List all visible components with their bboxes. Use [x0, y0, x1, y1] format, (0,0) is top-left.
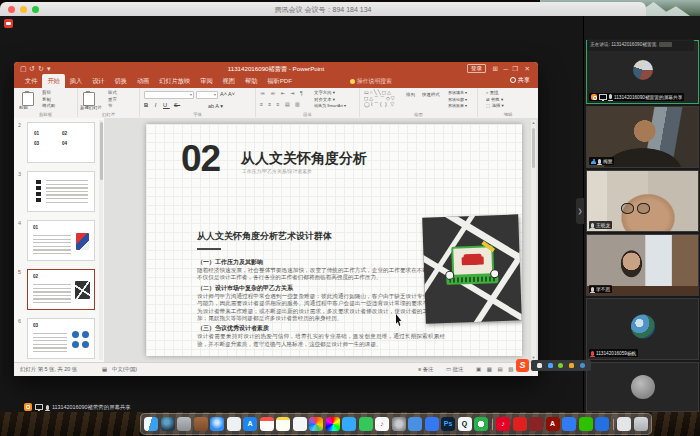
dock-icon-trash[interactable] [634, 417, 648, 431]
dock-icon-color-wheel[interactable] [326, 417, 340, 431]
signin-button[interactable]: 登录 [467, 64, 486, 73]
ribbon-tab[interactable]: 文件 [20, 74, 42, 88]
desktop: 腾讯会议 会议号：894 184 134 ▢ ↺ ↻ ▾ 11314201609… [0, 0, 700, 436]
spellcheck-icon[interactable]: ▤ [102, 366, 107, 372]
alignment-icons[interactable]: ≡ ≡ ≡ ▤ ▥ [260, 101, 302, 107]
dock-icon-wechat[interactable] [579, 417, 593, 431]
slide-thumbnail-3[interactable] [27, 171, 95, 212]
dock-icon-camera[interactable] [177, 417, 191, 431]
slide-thumbnail-4[interactable]: 01 [27, 220, 95, 261]
dock-icon-settings[interactable] [392, 417, 406, 431]
dock-icon-photoshop[interactable]: Ps [441, 417, 455, 431]
ribbon-tab[interactable]: 插入 [65, 74, 87, 88]
list-indent-icons[interactable]: ≔ ≕ ⇤ ⇥ ¶ [260, 90, 305, 96]
tell-me-search[interactable]: 操作说明搜索 [350, 76, 392, 87]
participant-tile[interactable]: 113142016059杨帆 [586, 298, 699, 360]
sogou-toolbar[interactable] [531, 360, 591, 371]
new-slide-icon[interactable] [83, 92, 95, 106]
participant-tile[interactable]: 梅慧 [586, 106, 699, 168]
participant-tile[interactable]: 李不思 [586, 234, 699, 296]
dock-icon-facetime[interactable] [359, 417, 373, 431]
section-button[interactable]: 节 [108, 103, 112, 110]
participant-tile[interactable]: 王晓龙 [586, 170, 699, 232]
dock-icon-messages[interactable] [342, 417, 356, 431]
ribbon-tab[interactable]: 幻灯片放映 [154, 74, 195, 88]
grow-shrink-font-icons[interactable]: A˄ A˅ [220, 91, 235, 98]
dock-icon-music[interactable]: ♪ [375, 417, 389, 431]
paste-icon[interactable] [22, 92, 34, 106]
keyboard-icon[interactable] [537, 363, 542, 368]
dock-icon-app-store[interactable]: A [243, 417, 257, 431]
close-icon[interactable]: ✕ [525, 64, 530, 73]
arrange-button[interactable]: 排列 [406, 92, 415, 99]
dock-icon-acrobat[interactable]: A [546, 417, 560, 431]
thumb-number: 2 [18, 122, 21, 128]
thumbnail-scrollbar[interactable] [99, 120, 103, 360]
scroll-up-icon[interactable]: ▲ [531, 120, 536, 125]
dock-icon-photos[interactable] [309, 417, 323, 431]
maximize-icon[interactable]: ❐ [512, 64, 518, 73]
dock-icon-security-shield[interactable] [513, 417, 527, 431]
smartart-button[interactable]: 转换为 SmartArt ▾ [314, 103, 346, 110]
dock-icon-mail[interactable] [425, 417, 439, 431]
comments-button[interactable]: ▭ 批注 [446, 366, 463, 373]
dock-icon-cloud-app[interactable] [408, 417, 422, 431]
shapes-gallery[interactable]: ▭○╲╲◻△◻△⌒⌒◇▽◯⌇⌒( ) ▽ [364, 89, 396, 107]
slide[interactable]: 02 从人文关怀角度分析 工作压力/甲乙方关系/设计者素质 从人文关怀角度分析艺… [146, 124, 522, 356]
settings-wheel-icon[interactable] [580, 363, 585, 368]
ribbon-tab[interactable]: 开始 [42, 74, 64, 88]
ribbon-display-icon[interactable]: ⊞ [493, 64, 498, 73]
dock-icon-baidu-netdisk[interactable] [562, 417, 576, 431]
notes-button[interactable]: ≡ 备注 [418, 366, 433, 373]
pen-icon[interactable] [569, 363, 574, 368]
dock-icon-notes[interactable] [276, 417, 290, 431]
dock-icon-earth-app[interactable] [161, 417, 175, 431]
share-button[interactable]: 共享 [510, 76, 530, 85]
language-status[interactable]: 中文(中国) [112, 366, 137, 373]
sidebar-collapse-handle[interactable]: ❯ [576, 198, 584, 224]
new-slide-button[interactable]: 新建幻灯片 [80, 105, 102, 112]
dock-icon-finder[interactable] [144, 417, 158, 431]
minimize-icon[interactable]: ─ [503, 64, 508, 73]
ribbon-tab[interactable]: 切换 [110, 74, 132, 88]
dock-icon-books[interactable] [194, 417, 208, 431]
dock-icon-divider[interactable] [613, 419, 614, 430]
shape-effects-button[interactable]: 形状效果 ▾ [448, 103, 467, 110]
meeting-record-badge-icon[interactable] [4, 19, 13, 28]
ribbon-tab[interactable]: 福昕PDF [262, 74, 297, 88]
participant-tile[interactable] [586, 362, 699, 412]
agenda-item: 03 [34, 141, 62, 146]
ribbon-tab[interactable]: 设计 [87, 74, 109, 88]
canvas-scrollbar[interactable]: ▲ ▼ [531, 120, 536, 360]
dock-icon-divider[interactable] [492, 419, 493, 430]
dock-icon-tm-app[interactable] [529, 417, 543, 431]
font-name-select[interactable] [144, 91, 194, 99]
font-style-buttons[interactable]: B I U S [144, 102, 180, 108]
dock-icon-downloads-folder[interactable] [617, 417, 631, 431]
view-switcher-icons[interactable]: ▣ ▦ ▤ ▧ [476, 366, 515, 372]
emoji-icon[interactable] [558, 363, 563, 368]
dock-icon-netease-music[interactable]: ♪ [496, 417, 510, 431]
dock-icon-preview[interactable] [227, 417, 241, 431]
format-painter-button[interactable]: 格式刷 [42, 103, 55, 110]
dock-icon-safari[interactable] [210, 417, 224, 431]
slide-thumbnail-6[interactable]: 03 [27, 318, 95, 359]
dock-icon-meeting-app[interactable] [595, 417, 609, 431]
dock-icon-textedit[interactable] [293, 417, 307, 431]
dock-icon-qq[interactable]: Q [458, 417, 472, 431]
sogou-input-icon[interactable]: S [516, 359, 529, 372]
ribbon-tab[interactable]: 视图 [218, 74, 240, 88]
paste-button[interactable]: 粘贴 [19, 105, 28, 112]
font-color-icons[interactable]: ab A ▾ [208, 103, 223, 110]
speech-icon[interactable] [548, 363, 553, 368]
slide-thumbnail-2[interactable]: 01 02 03 04 [27, 122, 95, 163]
ribbon-tab[interactable]: 帮助 [240, 74, 262, 88]
select-button[interactable]: ⬚ 选择 ▾ [486, 103, 504, 110]
dock-icon-calendar[interactable] [260, 417, 274, 431]
ribbon-tab[interactable]: 动画 [132, 74, 154, 88]
quick-styles-button[interactable]: 快速样式 [422, 92, 440, 99]
ribbon-tab[interactable]: 审阅 [195, 74, 217, 88]
slide-thumbnail-5-selected[interactable]: 02 [27, 269, 95, 310]
font-size-select[interactable] [196, 91, 218, 99]
dock-icon-browser-ring[interactable] [474, 417, 488, 431]
